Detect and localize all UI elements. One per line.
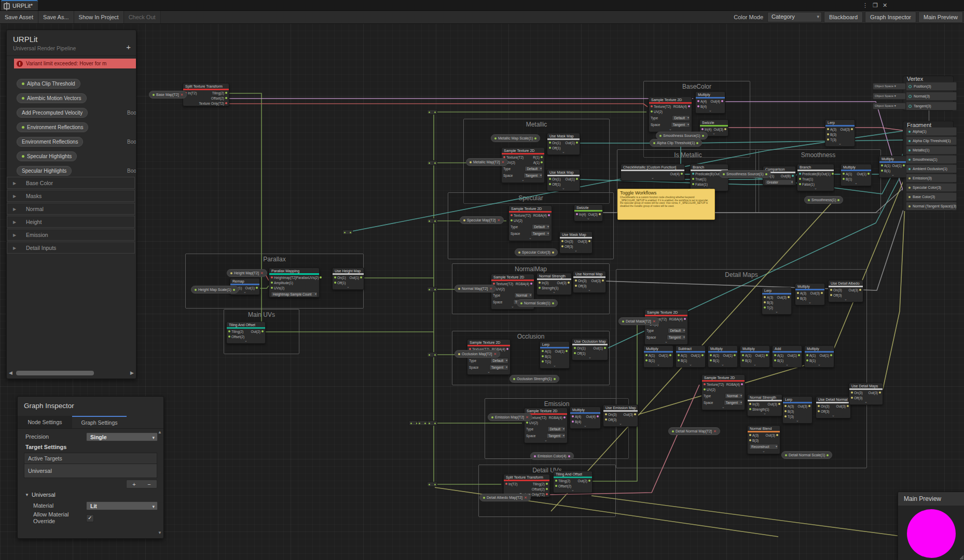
setting-dropdown[interactable]: Reconstruct xyxy=(749,444,778,450)
output-port[interactable]: Out(3) xyxy=(869,391,881,395)
node-lerp[interactable]: LerpA(1)Out(1)B(1)T(1)⌄ xyxy=(540,341,570,369)
close-window-icon[interactable]: ✕ xyxy=(883,2,887,9)
node-lerp[interactable]: LerpA(3)Out(3)B(3)T(3)⌄ xyxy=(782,396,812,424)
node-multiply[interactable]: MultiplyA(1)Out(1)B(1)⌄ xyxy=(740,345,770,368)
setting-dropdown[interactable]: Normal xyxy=(725,393,743,399)
input-port[interactable]: Texture(T2) xyxy=(493,282,513,286)
input-port[interactable]: On(1) xyxy=(334,276,346,279)
node-normal-strength[interactable]: Normal StrengthIn(3)Out(3)Strength(1)⌄ xyxy=(536,273,572,295)
add-property-button[interactable]: + xyxy=(126,43,131,51)
node-use-emission-map[interactable]: Use Emission MapOn(3)Out(3)Off(3)⌄ xyxy=(603,404,638,427)
output-port[interactable]: Out(1) xyxy=(691,354,704,357)
collapse-chevron-icon[interactable]: ⌄ xyxy=(547,150,580,155)
collapse-chevron-icon[interactable]: ⌄ xyxy=(696,109,725,113)
input-port[interactable]: Texture(T2) xyxy=(704,383,724,386)
setting-dropdown[interactable]: Default xyxy=(547,426,566,432)
fragment-block-normal-tangent-space-3[interactable]: Normal (Tangent Space)(3) xyxy=(906,202,957,211)
setting-dropdown[interactable]: Default xyxy=(490,358,508,363)
collapse-chevron-icon[interactable]: ⌄ xyxy=(603,422,638,426)
output-port[interactable]: Out(1) xyxy=(594,346,606,350)
property-pill-specular-highlights[interactable]: Specular Highlights xyxy=(17,166,72,176)
output-port[interactable]: Out(3) xyxy=(557,281,570,285)
output-port[interactable]: RGBA(4) xyxy=(669,317,686,321)
kebab-menu-icon[interactable]: ⋮ xyxy=(862,2,868,9)
node-multiply[interactable]: MultiplyA(3)Out(3)B(3)⌄ xyxy=(795,283,825,305)
save-as-button[interactable]: Save As... xyxy=(38,11,74,23)
save-asset-button[interactable]: Save Asset xyxy=(0,11,38,23)
wire[interactable] xyxy=(691,140,905,143)
input-port[interactable]: B(3) xyxy=(827,133,836,136)
input-port[interactable]: On(3) xyxy=(605,413,617,416)
output-port[interactable]: Out(3) xyxy=(624,413,636,416)
input-port[interactable]: B(1) xyxy=(645,359,655,362)
input-port[interactable]: B(1) xyxy=(542,355,551,358)
input-port[interactable]: False(1) xyxy=(692,183,708,186)
collapse-chevron-icon[interactable]: ⌄ xyxy=(502,178,544,183)
input-port[interactable]: UV(2) xyxy=(704,388,715,391)
input-port[interactable]: Offset(2) xyxy=(228,335,244,339)
collapse-chevron-icon[interactable]: ⌄ xyxy=(645,340,687,344)
input-port[interactable]: B(4) xyxy=(697,105,707,108)
output-port[interactable]: Out(1) xyxy=(566,177,578,181)
node-subtract[interactable]: SubtractA(1)Out(1)B(1)⌄ xyxy=(676,345,706,368)
wire[interactable] xyxy=(882,205,905,393)
input-port[interactable]: A(1) xyxy=(542,349,551,353)
input-port[interactable]: UV(2) xyxy=(651,110,663,114)
output-port[interactable]: Out(2) xyxy=(251,330,264,333)
setting-dropdown[interactable]: Tangent xyxy=(667,334,686,340)
output-port[interactable]: Out(3) xyxy=(714,128,726,131)
collapse-chevron-icon[interactable]: ⌄ xyxy=(333,285,364,289)
redirect-node[interactable] xyxy=(427,160,437,165)
graph-pill-smoothness-source-1[interactable]: Smoothness Source(1) xyxy=(656,132,708,139)
output-port[interactable]: Out(3) xyxy=(768,402,780,406)
output-port[interactable]: Out(4) xyxy=(586,415,599,418)
show-in-project-button[interactable]: Show In Project xyxy=(74,11,124,23)
remove-target-button[interactable]: − xyxy=(147,481,150,487)
input-port[interactable]: False(1) xyxy=(799,183,815,186)
input-port[interactable]: True(1) xyxy=(692,177,706,181)
graph-pill-base-map-t2[interactable]: Base Map[T2]✕ xyxy=(149,91,187,99)
output-port[interactable]: Out(1) xyxy=(857,172,870,176)
output-port[interactable]: Offset(2) xyxy=(532,487,548,491)
object-space-dropdown[interactable]: Object Space ▾ xyxy=(873,93,906,100)
input-port[interactable]: B(1) xyxy=(710,359,719,362)
setting-dropdown[interactable]: Tangent xyxy=(531,231,550,236)
vertex-block-position-3[interactable]: Position(3) xyxy=(906,82,957,91)
output-port[interactable]: Tiling(2) xyxy=(533,482,548,486)
setting-dropdown[interactable]: Tangent xyxy=(489,365,508,370)
object-space-dropdown[interactable]: Object Space ▾ xyxy=(873,103,906,109)
output-port[interactable]: Out(1) xyxy=(566,141,578,145)
output-port[interactable]: Out(1) xyxy=(820,354,832,357)
input-port[interactable]: B(3) xyxy=(749,439,759,442)
scroll-right-icon[interactable]: ▶ xyxy=(130,370,134,375)
collapse-chevron-icon[interactable]: ⌄ xyxy=(560,249,592,253)
output-port[interactable]: Out(1) xyxy=(555,349,568,353)
blackboard-hscrollbar[interactable]: ◀ ▶ xyxy=(8,370,135,376)
input-port[interactable]: B(3) xyxy=(764,301,773,304)
collapse-chevron-icon[interactable]: ⌄ xyxy=(740,363,769,367)
wire[interactable] xyxy=(727,128,905,131)
output-port[interactable]: A(1) xyxy=(533,161,543,164)
blackboard-panel[interactable]: URPLit Universal Render Pipeline + ! Var… xyxy=(6,30,136,379)
add-target-button[interactable]: + xyxy=(132,481,135,487)
redirect-node[interactable] xyxy=(427,109,437,115)
category-height[interactable]: ▶Height xyxy=(7,216,135,228)
input-port[interactable]: Predicate(B) xyxy=(799,172,821,176)
graph-pill-detail-normal-scale-1[interactable]: Detail Normal Scale(1) xyxy=(781,451,832,459)
setting-dropdown[interactable]: Tangent xyxy=(524,173,543,178)
input-port[interactable]: A(3) xyxy=(749,433,759,437)
collapse-chevron-icon[interactable]: ⌄ xyxy=(644,363,673,367)
precision-dropdown[interactable]: Single xyxy=(86,432,158,441)
fragment-block-ambient-occlusion-1[interactable]: Ambient Occlusion(1) xyxy=(906,164,957,173)
graph-pill-emission-color-4[interactable]: Emission Color(4) xyxy=(530,452,574,460)
input-port[interactable]: Offset(2) xyxy=(555,484,571,488)
scrollbar-thumb[interactable] xyxy=(16,371,94,375)
output-port[interactable]: Out(1) xyxy=(245,286,258,290)
input-port[interactable]: A(1) xyxy=(678,354,687,357)
input-port[interactable]: B(1) xyxy=(742,359,751,362)
node-parallax-mapping[interactable]: Parallax MappingHeightmap[T2]ParallaxUVs… xyxy=(269,268,320,298)
graph-pill-metallic-map-t2[interactable]: Metallic Map[T2]✕ xyxy=(466,158,508,166)
input-port[interactable]: Texture(T2) xyxy=(651,105,671,108)
node-split-texture-transform[interactable]: Split Texture TransformIn(T2)Tiling(2)Of… xyxy=(183,83,229,106)
tab-graph-settings[interactable]: Graph Settings xyxy=(72,416,127,428)
